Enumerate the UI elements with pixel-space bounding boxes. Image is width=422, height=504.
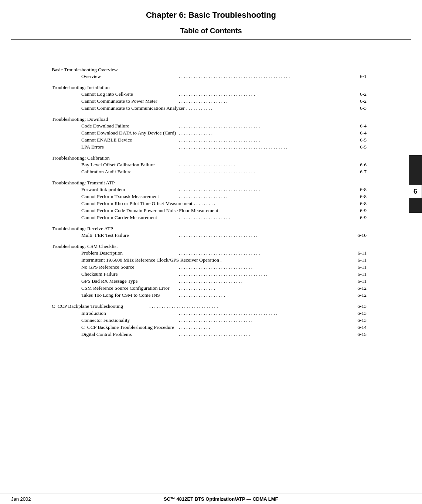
footer: Jan 2002 SC™ 4812ET BTS Optimization/ATP… <box>0 494 422 504</box>
page-container: Chapter 6: Basic Troubleshooting Table o… <box>0 0 422 504</box>
entry-text: Bay Level Offset Calibration Failure <box>81 162 177 168</box>
entry-text: Intermittent 19.6608 MHz Reference Clock… <box>81 257 222 263</box>
entry-text: Cannot Communicate to Power Meter <box>81 98 177 104</box>
entry-text: C–CCP Backplane Troubleshooting Procedur… <box>81 324 177 330</box>
entry-text: Cannot Download DATA to Any Device (Card… <box>81 130 177 136</box>
toc-entry-header: C–CCP Backplane Troubleshooting . . . . … <box>52 303 367 309</box>
entry-page: 6-8 <box>352 187 367 193</box>
chapter-title: Chapter 6: Basic Troubleshooting <box>0 0 422 23</box>
entry-page: 6-4 <box>352 123 367 129</box>
entry-dots: . . . . . . . . . . . . . . . . . . . . … <box>179 317 350 323</box>
entry-page: 6-11 <box>352 278 367 284</box>
entry-dots: . . . . . . . . . . . . . . . <box>179 285 350 291</box>
entry-page: 6-12 <box>352 285 367 291</box>
section-header-0: Basic Troubleshooting Overview <box>52 67 367 73</box>
entry-dots: . . . . . . . . . . . . . . . . . . . . … <box>179 74 350 79</box>
toc-entry: Bay Level Offset Calibration Failure . .… <box>52 162 367 168</box>
entry-page: 6-5 <box>352 144 367 150</box>
toc-entry: Cannot Communicate to Power Meter . . . … <box>52 98 367 104</box>
entry-text: Cannot ENABLE Device <box>81 137 177 143</box>
entry-page: 6-11 <box>352 264 367 270</box>
toc-entry: Overview . . . . . . . . . . . . . . . .… <box>52 74 367 79</box>
entry-text: Forward link problem <box>81 187 177 193</box>
entry-text: GPS Bad RX Message Type <box>81 278 177 284</box>
entry-page: 6-15 <box>352 331 367 337</box>
entry-dots: . . . . . . . . . . . . . . . . . . . <box>179 292 350 298</box>
entry-dots: . . . . . . . . . . . . . <box>179 324 350 330</box>
entry-text: Digital Control Problems <box>81 331 177 337</box>
entry-page: 6-4 <box>352 130 367 136</box>
entry-page: 6-13 <box>352 310 367 316</box>
entry-text: Connector Functionality <box>81 317 177 323</box>
entry-dots: . . . . . . . . . . . . . . . . . . . . <box>179 98 350 104</box>
toc-entry: Connector Functionality . . . . . . . . … <box>52 317 367 323</box>
section-header-4: Troubleshooting: Transmit ATP <box>52 180 367 186</box>
section-header-3: Troubleshooting: Calibration <box>52 155 367 161</box>
entry-text: Cannot Perform Rho or Pilot Time Offset … <box>81 201 193 207</box>
entry-page: 6-8 <box>352 194 367 200</box>
entry-page: 6-9 <box>352 215 367 221</box>
entry-dots: . . . . . . . . . . . . . . . . . . . . … <box>179 169 350 175</box>
section-cccp-backplane: C–CCP Backplane Troubleshooting . . . . … <box>52 303 367 337</box>
toc-entry: Cannot ENABLE Device . . . . . . . . . .… <box>52 137 367 143</box>
entry-page: 6-11 <box>352 271 367 277</box>
section-header-2: Troubleshooting: Download <box>52 116 367 122</box>
entry-page: 6-6 <box>352 162 367 168</box>
entry-page: 6-7 <box>352 169 367 175</box>
entry-text: No GPS Reference Source <box>81 264 177 270</box>
entry-text: C–CCP Backplane Troubleshooting <box>52 303 148 309</box>
toc-entry: GPS Bad RX Message Type . . . . . . . . … <box>52 278 367 284</box>
entry-dots: . . . . . . . . . . . . . . . . . . . . … <box>179 232 350 238</box>
footer-date: Jan 2002 <box>11 496 31 502</box>
toc-entry: Takes Too Long for CSM to Come INS . . .… <box>52 292 367 298</box>
entry-text: Cannot Communicate to Communications Ana… <box>81 105 185 111</box>
toc-title: Table of Contents <box>0 23 422 39</box>
entry-dots: . . . . . . . . . . . . . . <box>179 130 350 136</box>
toc-entry: Multi–FER Test Failure . . . . . . . . .… <box>52 232 367 238</box>
entry-text: Multi–FER Test Failure <box>81 232 177 238</box>
entry-dots: . . . . . . . . . . . . . . . . . . . . … <box>179 250 350 256</box>
entry-text: Checksum Failure <box>81 271 177 277</box>
chapter-tab: 6 <box>409 155 422 213</box>
section-receive-atp: Troubleshooting: Receive ATP Multi–FER T… <box>52 226 367 238</box>
toc-entry: Checksum Failure . . . . . . . . . . . .… <box>52 271 367 277</box>
entry-page: 6-5 <box>352 137 367 143</box>
section-calibration: Troubleshooting: Calibration Bay Level O… <box>52 155 367 175</box>
entry-dots: . . . . . . . . . . . . . . . . . . . . … <box>179 123 350 129</box>
entry-page: 6-3 <box>352 105 367 111</box>
entry-dots: . . . . . . . . . . . . . . . . . . . . … <box>179 91 350 97</box>
toc-entry: Cannot Perform Rho or Pilot Time Offset … <box>52 201 367 207</box>
entry-dots: . . . . . . . . . . . <box>186 105 350 111</box>
entry-page: 6-13 <box>352 317 367 323</box>
entry-dots: . . . . . . . . . . . . . . . . . . . . … <box>179 187 350 193</box>
entry-page: 6-11 <box>352 257 367 263</box>
toc-entry: Cannot Communicate to Communications Ana… <box>52 105 367 111</box>
toc-entry: CSM Reference Source Configuration Error… <box>52 285 367 291</box>
entry-dots: . . . . . . . . . . . . . . . . . . . . … <box>179 331 350 337</box>
entry-dots: . . . . . . . . . . . . . . . . . . . . … <box>179 137 350 143</box>
tab-number: 6 <box>409 185 422 198</box>
section-transmit-atp: Troubleshooting: Transmit ATP Forward li… <box>52 180 367 221</box>
entry-dots: . . . . . . . . . . . . . . . . . . . . … <box>179 264 350 270</box>
entry-dots: . . . . . . . . . . . . . . . . . . . . … <box>179 310 350 316</box>
toc-entry: Problem Description . . . . . . . . . . … <box>52 250 367 256</box>
toc-entry: Calibration Audit Failure . . . . . . . … <box>52 169 367 175</box>
entry-page: 6-8 <box>352 201 367 207</box>
toc-entry: Cannot Perform Carrier Measurement . . .… <box>52 215 367 221</box>
entry-page: 6-12 <box>352 292 367 298</box>
section-download: Troubleshooting: Download Code Download … <box>52 116 367 150</box>
toc-entry: Intermittent 19.6608 MHz Reference Clock… <box>52 257 367 263</box>
toc-entry: Cannot Download DATA to Any Device (Card… <box>52 130 367 136</box>
footer-center: SC™ 4812ET BTS Optimization/ATP — CDMA L… <box>164 496 278 502</box>
entry-page: 6-13 <box>352 303 367 309</box>
entry-page: 6-2 <box>352 91 367 97</box>
entry-dots: . . . . . . . . . . . . . . . . . . . . … <box>179 162 350 168</box>
entry-page: 6-10 <box>352 232 367 238</box>
entry-page: 6-9 <box>352 208 367 214</box>
entry-page: 6-2 <box>352 98 367 104</box>
toc-entry: No GPS Reference Source . . . . . . . . … <box>52 264 367 270</box>
toc-entry: Cannot Perform Code Domain Power and Noi… <box>52 208 367 214</box>
entry-text: CSM Reference Source Configuration Error <box>81 285 177 291</box>
section-basic-overview: Basic Troubleshooting Overview Overview … <box>52 67 367 79</box>
entry-text: Calibration Audit Failure <box>81 169 177 175</box>
